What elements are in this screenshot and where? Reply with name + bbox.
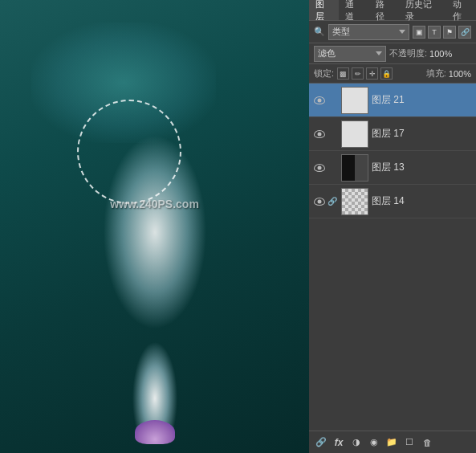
lock-pixels-btn[interactable]: ✏ bbox=[352, 67, 364, 80]
layer-thumbnail-13 bbox=[341, 154, 368, 182]
tab-actions[interactable]: 动作 bbox=[446, 0, 476, 20]
filter-icon-link[interactable]: 🔗 bbox=[458, 26, 471, 39]
lock-transparent-btn[interactable]: ▩ bbox=[337, 67, 349, 80]
filter-icon-flag[interactable]: ⚑ bbox=[443, 26, 456, 39]
main-container: www.240PS.com 图层 通道 路径 历史记录 动作 🔍 类型 ▣ bbox=[0, 0, 476, 453]
new-adjustment-btn[interactable]: ◉ bbox=[367, 435, 381, 450]
watermark: www.240PS.com bbox=[110, 198, 199, 210]
layers-panel: 🔍 类型 ▣ T ⚑ 🔗 滤色 不透明度: bbox=[309, 21, 476, 453]
layer-link-14[interactable]: 🔗 bbox=[327, 197, 338, 206]
tab-layers[interactable]: 图层 bbox=[309, 0, 339, 20]
search-icon: 🔍 bbox=[314, 27, 325, 38]
lotus-flower bbox=[135, 420, 175, 444]
filter-type-label: 类型 bbox=[332, 26, 350, 38]
filter-icons: ▣ T ⚑ 🔗 bbox=[413, 26, 471, 39]
lock-position-btn[interactable]: ✛ bbox=[366, 67, 378, 80]
layer-item-14[interactable]: 🔗 图层 14 bbox=[309, 185, 476, 218]
layer-item-21[interactable]: 图层 21 bbox=[309, 84, 476, 117]
layer-name-17: 图层 17 bbox=[372, 127, 473, 141]
selection-circle bbox=[77, 100, 181, 204]
canvas-area: www.240PS.com bbox=[0, 0, 309, 453]
panels-area: 图层 通道 路径 历史记录 动作 🔍 类型 ▣ T ⚑ 🔗 bbox=[309, 0, 476, 453]
fill-label: 填充: bbox=[426, 67, 446, 80]
fill-section: 填充: 100% bbox=[426, 67, 471, 80]
fx-btn[interactable]: fx bbox=[332, 435, 346, 450]
layer-visibility-17[interactable] bbox=[312, 127, 327, 141]
layer-thumbnail-21 bbox=[341, 87, 368, 114]
tabs-bar: 图层 通道 路径 历史记录 动作 bbox=[309, 0, 476, 21]
layer-thumbnail-17 bbox=[341, 120, 368, 148]
layer-visibility-21[interactable] bbox=[312, 93, 327, 108]
layer-name-21: 图层 21 bbox=[372, 93, 473, 107]
layer-item-17[interactable]: 图层 17 bbox=[309, 117, 476, 151]
blend-mode-row: 滤色 不透明度: 100% bbox=[309, 43, 476, 64]
chevron-down-icon bbox=[376, 51, 382, 55]
new-group-btn[interactable]: 📁 bbox=[384, 435, 399, 450]
layer-thumbnail-14 bbox=[341, 188, 368, 215]
filter-icon-pixel[interactable]: ▣ bbox=[413, 26, 425, 39]
layer-visibility-13[interactable] bbox=[312, 161, 327, 175]
tab-history[interactable]: 历史记录 bbox=[399, 0, 446, 20]
blend-mode-dropdown[interactable]: 滤色 bbox=[314, 46, 386, 62]
tab-channels[interactable]: 通道 bbox=[339, 0, 368, 20]
opacity-label: 不透明度: bbox=[389, 47, 427, 59]
opacity-value[interactable]: 100% bbox=[429, 49, 452, 59]
layer-item-13[interactable]: 图层 13 bbox=[309, 151, 476, 185]
lock-row: 锁定: ▩ ✏ ✛ 🔒 填充: 100% bbox=[309, 64, 476, 84]
fill-value[interactable]: 100% bbox=[449, 69, 471, 79]
link-layers-btn[interactable]: 🔗 bbox=[314, 435, 328, 450]
layer-name-14: 图层 14 bbox=[372, 194, 473, 208]
lock-icons: ▩ ✏ ✛ 🔒 bbox=[337, 67, 393, 80]
add-mask-btn[interactable]: ◑ bbox=[349, 435, 364, 450]
chevron-down-icon bbox=[399, 30, 405, 34]
new-layer-btn[interactable]: ☐ bbox=[402, 435, 417, 450]
filter-icon-text[interactable]: T bbox=[428, 26, 441, 39]
blend-mode-label: 滤色 bbox=[318, 47, 336, 59]
tab-paths[interactable]: 路径 bbox=[369, 0, 399, 20]
layer-visibility-14[interactable] bbox=[312, 194, 327, 209]
opacity-control: 不透明度: 100% bbox=[389, 47, 471, 59]
delete-layer-btn[interactable]: 🗑 bbox=[420, 435, 434, 450]
canvas-image: www.240PS.com bbox=[0, 0, 309, 453]
filter-row: 🔍 类型 ▣ T ⚑ 🔗 bbox=[309, 21, 476, 43]
bottom-toolbar: 🔗 fx ◑ ◉ 📁 ☐ 🗑 bbox=[309, 431, 476, 453]
lock-label: 锁定: bbox=[314, 67, 334, 80]
fairy-bottom-glow bbox=[123, 270, 187, 431]
layer-name-13: 图层 13 bbox=[372, 161, 473, 174]
filter-type-dropdown[interactable]: 类型 bbox=[328, 24, 409, 40]
layers-list: 图层 21 图层 17 bbox=[309, 84, 476, 431]
lock-all-btn[interactable]: 🔒 bbox=[380, 67, 393, 80]
